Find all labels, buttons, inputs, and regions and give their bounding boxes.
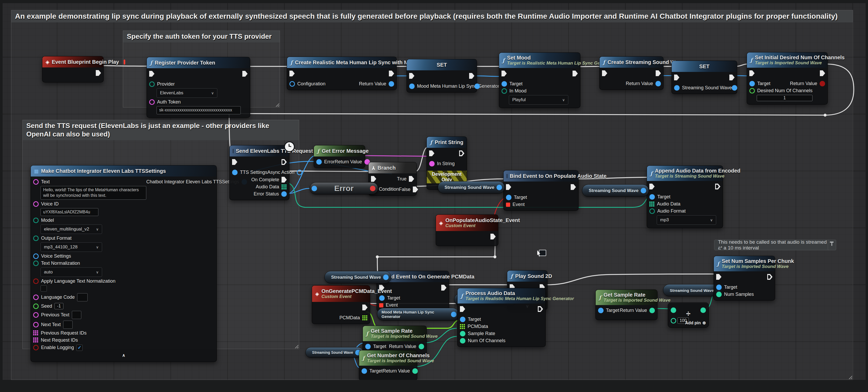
exec-pin-icon[interactable]: [413, 187, 418, 192]
pin-return-value[interactable]: Return Value: [626, 81, 661, 86]
exec-pin[interactable]: [282, 159, 287, 165]
exec-pin-icon[interactable]: [656, 71, 661, 76]
array-pin-icon[interactable]: [649, 201, 655, 207]
node-header[interactable]: ▦Make Chatbot Integrator Eleven Labs TTS…: [31, 165, 217, 176]
note-bubble[interactable]: This needs to be called so that audio is…: [714, 240, 834, 250]
pin-left[interactable]: [312, 186, 317, 191]
exec-pin-icon[interactable]: [571, 184, 576, 190]
data-pin-icon[interactable]: [649, 194, 655, 200]
dropdown[interactable]: mp3_44100_128∨: [40, 242, 102, 252]
pin-in-mood[interactable]: In Mood: [501, 88, 568, 94]
exec-pin-icon[interactable]: [490, 234, 496, 240]
exec-pin[interactable]: [459, 150, 464, 156]
streaming-sound-wave-pill-2[interactable]: Streaming Sound Wave: [582, 185, 649, 197]
exec-pin-icon[interactable]: [749, 71, 754, 76]
pin-right[interactable]: [383, 275, 389, 280]
data-pin-icon[interactable]: [501, 81, 507, 87]
node-header[interactable]: ƒRegister Provider Token: [147, 57, 250, 68]
exec-pin[interactable]: [749, 71, 754, 76]
data-pin-icon[interactable]: [33, 201, 39, 207]
pin-voice-settings[interactable]: Voice Settings: [33, 253, 71, 259]
exec-pin-icon[interactable]: [242, 71, 248, 77]
on-populate-audio-state-event[interactable]: ◈OnPopulateAudioState_EventCustom Event: [436, 215, 498, 246]
pin-event[interactable]: Event: [506, 202, 525, 207]
append-audio-data-from-encoded[interactable]: ƒAppend Audio Data from EncodedTarget is…: [647, 165, 723, 228]
bind-event-on-populate-audio-state[interactable]: Bind Event to On Populate Audio StateTar…: [503, 170, 579, 211]
data-pin-icon[interactable]: [749, 81, 755, 86]
exec-pin[interactable]: [232, 159, 237, 165]
exec-pin-icon[interactable]: [459, 150, 464, 156]
exec-pin-icon[interactable]: [572, 71, 578, 76]
pin-target[interactable]: Target: [365, 344, 386, 349]
pin-target[interactable]: Target: [749, 81, 770, 86]
pin-output-format[interactable]: Output Format: [33, 235, 102, 241]
streaming-sound-wave-pill-1[interactable]: Streaming Sound Wave: [438, 181, 505, 194]
pin-text-normalization[interactable]: Text Normalization: [33, 260, 102, 266]
value-input[interactable]: 1: [757, 95, 812, 101]
exec-pin[interactable]: [649, 184, 655, 189]
pin-tts-settings[interactable]: TTS Settings: [232, 170, 267, 175]
pin-next-text[interactable]: Next Text: [33, 320, 73, 329]
divide-operator[interactable]: 100÷Add pin⊕: [668, 302, 709, 328]
exec-pin-icon[interactable]: [232, 159, 237, 165]
array-pin-icon[interactable]: [282, 185, 287, 190]
node-header[interactable]: ƒProcess Audio DataTarget is Realistic M…: [458, 288, 546, 304]
data-pin-icon[interactable]: [33, 345, 39, 351]
node-header[interactable]: ◈Event Blueprint Begin Play: [42, 56, 103, 67]
pin-right[interactable]: [370, 186, 375, 191]
data-pin-icon[interactable]: [33, 179, 39, 185]
pin-right[interactable]: [496, 185, 502, 190]
node-header[interactable]: ƒGet Sample RateTarget is Imported Sound…: [363, 326, 427, 341]
exec-pin[interactable]: [572, 71, 578, 76]
add-pin-button[interactable]: Add pin⊕: [685, 320, 706, 325]
collapse-chevron-icon[interactable]: ∧: [33, 353, 214, 359]
data-pin-icon[interactable]: [33, 278, 39, 284]
data-pin-icon[interactable]: [281, 191, 287, 197]
set-mood-generator-var[interactable]: SETMood Meta Human Lip Sync Generator: [406, 59, 477, 92]
node-header[interactable]: ƒGet Sample RateTarget is Imported Sound…: [596, 290, 657, 305]
pin-num-of-channels[interactable]: Num Of Channels: [460, 338, 505, 343]
array-pin-icon[interactable]: [362, 315, 368, 320]
create-lipsync-generator[interactable]: ƒCreate Realistic Meta Human Lip Sync wi…: [287, 57, 397, 90]
pin-audio-format[interactable]: Audio Format: [649, 208, 716, 214]
exec-pin-icon[interactable]: [389, 71, 394, 76]
pin-configuration[interactable]: Configuration: [289, 81, 326, 87]
text-input[interactable]: [63, 320, 73, 329]
array-pin-icon[interactable]: [460, 324, 465, 329]
pin-right[interactable]: [641, 188, 646, 193]
exec-pin-icon[interactable]: [409, 73, 414, 79]
exec-pin[interactable]: [716, 274, 721, 280]
pin-text[interactable]: Text: [33, 179, 146, 185]
pin-return-value[interactable]: Return Value: [335, 159, 370, 165]
exec-pin-icon[interactable]: [282, 159, 287, 165]
exec-pin[interactable]: [602, 71, 607, 76]
exec-pin-icon[interactable]: [429, 150, 434, 156]
get-number-of-channels[interactable]: ƒGet Number Of ChannelsTarget is Importe…: [359, 350, 417, 381]
pin-previous-request-ids[interactable]: Previous Request IDs: [33, 330, 87, 336]
exec-pin[interactable]: [409, 73, 414, 79]
exec-pin[interactable]: [656, 71, 661, 76]
exec-pin-icon[interactable]: [289, 71, 295, 76]
data-pin-icon[interactable]: [365, 344, 371, 349]
event-begin-play[interactable]: ◈Event Blueprint Begin Play: [42, 56, 104, 82]
data-pin-icon[interactable]: [460, 317, 465, 322]
mood-generator-pill[interactable]: Mood Meta Human Lip Sync Generator: [377, 308, 459, 320]
data-pin-icon[interactable]: [149, 81, 155, 87]
pin-right[interactable]: [451, 312, 457, 317]
comment-resize-handle[interactable]: [275, 103, 279, 107]
exec-pin-icon[interactable]: [149, 71, 154, 77]
data-pin-icon[interactable]: [460, 338, 465, 343]
exec-pin-icon[interactable]: [441, 285, 446, 290]
data-pin-icon[interactable]: [316, 159, 322, 165]
pin-error[interactable]: Error: [316, 159, 335, 165]
error-variable-pill[interactable]: Error: [310, 182, 378, 194]
pin-target[interactable]: Target: [501, 81, 523, 87]
exec-pin-icon[interactable]: [715, 184, 720, 189]
wildcard-pin[interactable]: [671, 307, 676, 313]
pin-audio-data[interactable]: Audio Data: [649, 201, 680, 207]
array-pin-icon[interactable]: [33, 337, 38, 343]
exec-pin[interactable]: [149, 71, 154, 77]
exec-pin-icon[interactable]: [282, 177, 287, 183]
set-initial-desired-num-channels[interactable]: ƒSet Initial Desired Num Of ChannelsTarg…: [747, 52, 828, 105]
text-area[interactable]: Hello, world! The lips of the MetaHuman …: [40, 186, 146, 200]
